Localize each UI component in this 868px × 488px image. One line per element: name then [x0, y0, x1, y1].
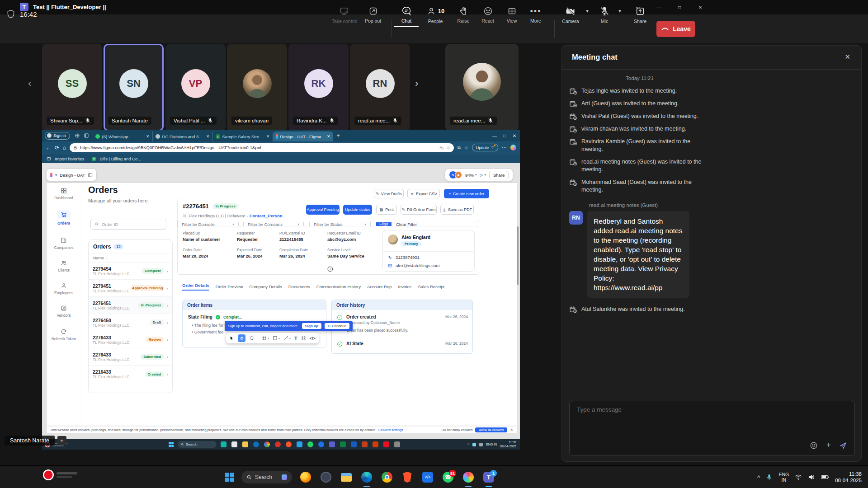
shape-tool-icon[interactable]	[273, 336, 278, 341]
taskbar-brave-icon[interactable]	[400, 470, 415, 484]
sidebar-item-refresh-token[interactable]: Refresh Token	[50, 328, 77, 341]
contact-email[interactable]: alex@vstatefilings.com	[396, 263, 439, 268]
browser-update-button[interactable]: Update ♡	[472, 144, 498, 151]
view-button[interactable]: View	[501, 3, 523, 27]
leave-button[interactable]: Leave	[656, 21, 695, 37]
participant-tile[interactable]: RN read.ai mee...	[350, 44, 410, 131]
app-icon[interactable]	[231, 441, 237, 447]
mic-button[interactable]: Mic	[594, 3, 615, 27]
banner-google-continue-button[interactable]: GContinue	[325, 323, 349, 329]
figma-share-button[interactable]: Share	[489, 171, 509, 179]
camera-button[interactable]: Camera	[558, 3, 583, 27]
sidebar-item-companies[interactable]: Companies	[54, 237, 74, 250]
taskbar-widget[interactable]	[43, 469, 77, 480]
create-order-button[interactable]: +Create new order	[444, 189, 489, 198]
browser-tab[interactable]: (6) WhatsApp ✕	[93, 131, 153, 141]
order-row[interactable]: 2279451TL Flex Holdings LLC Approval Pen…	[89, 280, 172, 297]
participant-tile[interactable]: RK Ravindra K...	[288, 44, 349, 131]
taskbar-chrome-icon[interactable]	[380, 470, 394, 484]
camera-chevron-icon[interactable]: ▾	[583, 3, 591, 27]
taskbar-teams-icon[interactable]: T1	[481, 470, 496, 484]
strip-next-icon[interactable]: ›	[415, 78, 418, 89]
layout-panel-icon[interactable]	[88, 173, 93, 178]
taskbar-app-ball-icon[interactable]	[461, 470, 476, 484]
app-icon[interactable]	[318, 441, 324, 447]
spotlight-tile[interactable]: read.ai mee...	[445, 44, 519, 131]
order-row[interactable]: 2276433TL Flex Holdings LLC Review ›	[89, 331, 172, 348]
tab-communication-history[interactable]: Communication History	[316, 284, 361, 289]
sidebar-item-dashboard[interactable]: Dashboard	[54, 188, 73, 200]
sidebar-item-employees[interactable]: Employees	[54, 282, 73, 295]
taskbar-search[interactable]: Search	[241, 471, 292, 483]
tab-documents[interactable]: Documents	[288, 284, 310, 289]
home-icon[interactable]: ⌂	[63, 145, 66, 151]
approval-pending-button[interactable]: Approval Pending	[306, 205, 340, 215]
sidebar-item-orders-active[interactable]: Orders	[57, 210, 71, 225]
chevron-down-icon[interactable]: ▾	[268, 337, 269, 340]
figma-menu-chevron-icon[interactable]: ▾	[55, 173, 57, 177]
export-csv-button[interactable]: Export CSV	[407, 189, 440, 198]
browser-tab[interactable]: X Sample Salary Structure with calc ✕	[213, 131, 273, 141]
battery-icon[interactable]	[821, 474, 829, 480]
bills-bookmark-link[interactable]: Bills | Billing and Co...	[99, 156, 141, 161]
refresh-icon[interactable]: ⟳	[55, 145, 59, 151]
app-icon[interactable]	[275, 441, 281, 447]
figma-file-name[interactable]: Design - UAT	[60, 173, 85, 178]
fill-online-form-button[interactable]: ✎Fill Online Form	[401, 205, 437, 215]
tab-close-icon[interactable]: ✕	[327, 134, 330, 139]
url-field[interactable]: https://www.figma.com/design/9BKQ0FOHRWa…	[70, 143, 453, 152]
chevron-down-icon[interactable]: ▾	[289, 337, 291, 340]
browser-tab[interactable]: DC Divisions and Surroundings ✕	[153, 131, 213, 141]
tab-close-icon[interactable]: ✕	[266, 134, 270, 139]
app-icon[interactable]	[253, 441, 259, 447]
text-tool-icon[interactable]: T	[294, 336, 297, 341]
app-icon[interactable]	[307, 441, 313, 447]
present-button[interactable]: ▷▾	[480, 173, 486, 177]
contact-person-link[interactable]: Contact_Person.	[250, 213, 284, 218]
hand-tool-selected[interactable]	[238, 334, 245, 342]
tray-icon[interactable]	[472, 443, 476, 446]
order-row[interactable]: 2216433TL Flex Holdings LLC Created ›	[89, 366, 172, 383]
app-icon[interactable]	[264, 441, 270, 447]
new-tab-icon[interactable]: +	[337, 132, 340, 139]
canvas-scrollbar[interactable]	[517, 226, 519, 285]
taskbar-firefox-icon[interactable]	[298, 470, 313, 484]
workspaces-icon[interactable]	[75, 133, 80, 138]
presenter-add-icon[interactable]: +	[57, 436, 66, 445]
shared-search-pill[interactable]: Search	[178, 441, 217, 448]
tab-order-preview[interactable]: Order Preview	[216, 284, 243, 289]
chat-message-bubble[interactable]: Redberyl and Santosh added read.ai meeti…	[587, 211, 689, 298]
collaborator-avatar[interactable]: A	[455, 171, 462, 178]
order-row[interactable]: 2279454TL Flex Holdings LLC Complete ›	[89, 263, 172, 280]
tray-chevron-icon[interactable]: ^	[757, 474, 760, 481]
move-tool-icon[interactable]	[229, 336, 234, 341]
print-button[interactable]: Print	[376, 205, 397, 215]
save-as-pdf-button[interactable]: Save as PDF	[440, 205, 474, 215]
update-status-button[interactable]: Update status	[343, 205, 372, 215]
order-id-search[interactable]: Order ID	[90, 219, 166, 230]
browser-minimize-icon[interactable]: —	[491, 133, 498, 138]
shared-tray-chevron-icon[interactable]: ^	[467, 442, 469, 446]
shared-lang-indicator[interactable]: ENG IN	[486, 443, 497, 446]
taskbar-app-icon[interactable]	[319, 470, 333, 484]
favorites-icon[interactable]: ☆	[464, 145, 468, 150]
chat-button[interactable]: Chat	[394, 3, 419, 27]
participant-tile[interactable]: VP Vishal Patil ...	[165, 44, 226, 131]
code-tool-icon[interactable]: </>	[310, 336, 316, 341]
sidebar-item-vendors[interactable]: Vendors	[57, 305, 71, 318]
maximize-button[interactable]: □	[669, 5, 690, 10]
shared-start-icon[interactable]	[169, 442, 174, 447]
chat-input[interactable]	[576, 406, 838, 413]
more-button[interactable]: ••• More	[524, 3, 547, 27]
bookmark-star-icon[interactable]: ☆	[446, 145, 450, 150]
participant-tile[interactable]: SS Shivani Sup...	[42, 44, 102, 131]
comment-tool-icon[interactable]	[249, 336, 254, 341]
sort-desc-icon[interactable]: ↓	[106, 256, 108, 260]
order-row[interactable]: 2276433TL Flex Holdings LLC Submitted ›	[89, 348, 172, 366]
zoom-level-dropdown[interactable]: 94%▾	[465, 173, 477, 178]
browser-maximize-icon[interactable]: □	[501, 133, 508, 138]
share-button[interactable]: Share	[628, 3, 652, 27]
volume-icon[interactable]	[808, 474, 815, 480]
tab-close-icon[interactable]: ✕	[206, 134, 210, 139]
frame-tool-icon[interactable]	[262, 336, 267, 341]
